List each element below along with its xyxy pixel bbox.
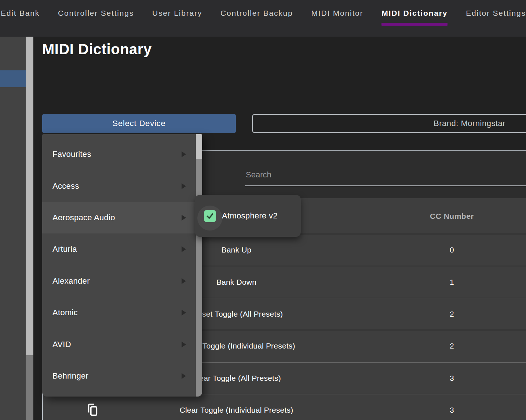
chevron-right-icon xyxy=(182,278,186,284)
copy-button[interactable] xyxy=(86,403,99,417)
brand-label: Brand: Morningstar xyxy=(434,115,505,132)
row-cc-number: 3 xyxy=(331,406,526,415)
row-name: Clear Toggle (Individual Presets) xyxy=(142,406,331,415)
chevron-right-icon xyxy=(182,215,186,221)
menu-scrollbar-thumb[interactable] xyxy=(196,134,202,159)
brand-menu-item-label: Access xyxy=(52,181,79,191)
row-cc-number: 2 xyxy=(331,342,526,350)
brand-menu-item-label: Aerospace Audio xyxy=(52,213,115,222)
table-row[interactable]: Clear Toggle (Individual Presets) 3 xyxy=(43,394,526,420)
brand-menu-item[interactable]: Alexander xyxy=(42,265,196,297)
nav-tab-label: Controller Settings xyxy=(58,9,134,18)
nav-tab-label: Edit Bank xyxy=(1,9,40,18)
nav-tab-label: MIDI Dictionary xyxy=(381,9,448,18)
nav-tabs: Edit Bank Controller Settings User Libra… xyxy=(0,0,526,26)
nav-tab[interactable]: Controller Settings xyxy=(58,9,134,26)
check-mark-icon xyxy=(205,211,215,221)
brand-menu-item[interactable]: Atomic xyxy=(42,297,196,328)
nav-tab[interactable]: Controller Backup xyxy=(220,9,293,26)
nav-tab-label: MIDI Monitor xyxy=(311,9,364,18)
menu-scrollbar-track[interactable] xyxy=(196,134,202,397)
page-scrollbar-thumb[interactable] xyxy=(26,37,33,355)
nav-tab-label: User Library xyxy=(152,9,202,18)
nav-tab[interactable]: MIDI Monitor xyxy=(311,9,364,26)
chevron-right-icon xyxy=(182,342,186,347)
device-brand-menu-items: Favourites Access Aerospace Audio Arturi… xyxy=(42,134,196,397)
brand-menu-item[interactable]: AVID xyxy=(42,328,196,360)
chevron-right-icon xyxy=(182,151,186,157)
brand-menu-item-label: Atomic xyxy=(52,308,78,317)
brand-menu-item-label: Favourites xyxy=(52,150,91,159)
brand-menu-item[interactable]: Arturia xyxy=(42,233,196,265)
active-tab-underline xyxy=(381,23,448,26)
row-cc-number: 2 xyxy=(331,310,526,318)
nav-tab[interactable]: Editor Settings xyxy=(466,9,526,26)
device-brand-menu: Favourites Access Aerospace Audio Arturi… xyxy=(42,134,202,397)
row-cc-number: 3 xyxy=(331,374,526,383)
brand-menu-item[interactable]: Aerospace Audio xyxy=(42,202,196,233)
top-nav: Edit Bank Controller Settings User Libra… xyxy=(0,0,526,37)
copy-icon xyxy=(86,403,99,417)
brand-menu-item-label: Behringer xyxy=(52,371,88,381)
search-input[interactable] xyxy=(245,168,526,186)
chevron-right-icon xyxy=(182,183,186,189)
brand-button[interactable]: Brand: Morningstar xyxy=(252,114,526,133)
nav-tab[interactable]: Edit Bank xyxy=(1,9,40,26)
brand-menu-item[interactable]: Access xyxy=(42,170,196,202)
nav-tab-label: Controller Backup xyxy=(220,9,293,18)
device-submenu: Atmosphere v2 xyxy=(195,195,301,237)
chevron-right-icon xyxy=(182,246,186,252)
brand-menu-item-label: Arturia xyxy=(52,244,77,254)
brand-menu-item-label: Alexander xyxy=(52,276,90,286)
device-submenu-item[interactable]: Atmosphere v2 xyxy=(195,195,301,237)
app-window: Edit Bank Controller Settings User Libra… xyxy=(0,0,526,420)
brand-menu-item-label: AVID xyxy=(52,340,71,349)
search-field xyxy=(245,168,526,186)
brand-menu-item[interactable]: Favourites xyxy=(42,139,196,170)
select-device-button[interactable]: Select Device xyxy=(42,114,236,133)
nav-tab-label: Editor Settings xyxy=(466,9,526,18)
row-cc-number: 0 xyxy=(331,246,526,254)
row-cc-number: 1 xyxy=(331,278,526,287)
checkbox-checked-icon[interactable] xyxy=(204,210,216,222)
nav-tab[interactable]: User Library xyxy=(152,9,202,26)
page-scrollbar-track[interactable] xyxy=(26,37,33,420)
left-sidebar xyxy=(0,37,26,420)
brand-menu-item[interactable]: Behringer xyxy=(42,360,196,392)
chevron-right-icon xyxy=(182,373,186,379)
nav-tab[interactable]: MIDI Dictionary xyxy=(381,9,448,26)
device-name-label: Atmosphere v2 xyxy=(222,211,278,221)
page-title: MIDI Dictionary xyxy=(42,41,152,58)
sidebar-selected-item[interactable] xyxy=(0,70,26,87)
cc-number-column-header: CC Number xyxy=(331,212,526,221)
chevron-right-icon xyxy=(182,310,186,316)
